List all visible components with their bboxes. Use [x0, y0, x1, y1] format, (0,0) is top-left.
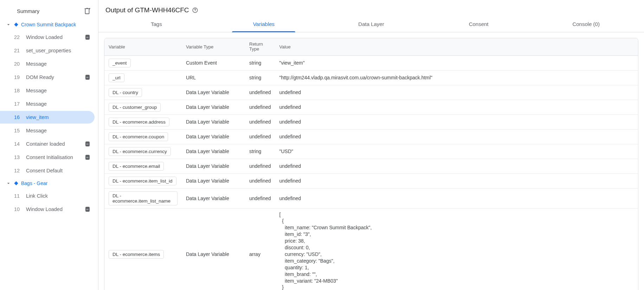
event-item[interactable]: 16view_item [0, 111, 95, 124]
col-header-value[interactable]: Value [275, 38, 638, 56]
help-icon[interactable] [192, 7, 198, 13]
return-type: undefined [245, 189, 275, 209]
value-cell: undefined [275, 174, 638, 189]
event-label: Message [26, 88, 90, 93]
variable-chip[interactable]: DL - ecommerce.items [109, 250, 164, 259]
group-header[interactable]: Crown Summit Backpack [0, 19, 98, 30]
output-title-row: Output of GTM-WHH46CFC [98, 1, 644, 16]
variable-chip[interactable]: DL - ecommerce.item_list_name [109, 191, 178, 205]
variable-type: Data Layer Variable [182, 85, 245, 100]
event-label: set_user_properties [26, 48, 90, 53]
event-number: 13 [14, 154, 22, 160]
api-badge-icon: ‹› [85, 35, 90, 40]
event-number: 12 [14, 168, 22, 173]
variable-type: Data Layer Variable [182, 100, 245, 115]
table-row: DL - customer_groupData Layer Variableun… [104, 100, 638, 115]
col-header-vartype[interactable]: Variable Type [182, 38, 245, 56]
col-header-returntype[interactable]: ReturnType [245, 38, 275, 56]
variable-chip[interactable]: DL - ecommerce.email [109, 162, 164, 171]
api-badge-icon: ‹› [85, 141, 90, 146]
summary-row[interactable]: Summary [0, 3, 98, 19]
event-item[interactable]: 20Message [0, 58, 95, 70]
clear-events-icon[interactable] [83, 7, 91, 15]
event-number: 22 [14, 34, 22, 40]
table-row: DL - ecommerce.item_list_idData Layer Va… [104, 174, 638, 189]
sidebar: Summary Crown Summit Backpack22Window Lo… [0, 0, 98, 290]
value-cell: [ { item_name: "Crown Summit Backpack", … [275, 209, 638, 290]
event-label: Consent Default [26, 168, 90, 173]
table-row: _urlURLstring"http://gtm244.vladp.qa.mir… [104, 71, 638, 85]
event-item[interactable]: 19DOM Ready‹› [0, 71, 95, 84]
tab-variables[interactable]: Variables [210, 16, 318, 32]
event-item[interactable]: 17Message [0, 98, 95, 110]
event-number: 19 [14, 74, 22, 80]
diamond-icon [13, 22, 19, 27]
variable-chip[interactable]: DL - ecommerce.currency [109, 147, 171, 156]
value-cell: undefined [275, 130, 638, 144]
event-item[interactable]: 21set_user_properties [0, 44, 95, 57]
group-header[interactable]: Bags - Gear [0, 178, 98, 189]
event-item[interactable]: 10Window Loaded‹› [0, 203, 95, 216]
tabs: Tags Variables Data Layer Consent Consol… [98, 16, 644, 32]
event-label: Message [26, 128, 90, 133]
event-item[interactable]: 18Message [0, 84, 95, 97]
value-cell: "view_item" [275, 56, 638, 71]
api-badge-icon: ‹› [85, 207, 90, 212]
output-title: Output of GTM-WHH46CFC [105, 6, 189, 14]
table-row: DL - ecommerce.item_list_nameData Layer … [104, 189, 638, 209]
event-number: 14 [14, 141, 22, 147]
event-number: 20 [14, 61, 22, 67]
event-label: Link Click [26, 193, 90, 199]
variable-type: Data Layer Variable [182, 144, 245, 159]
event-item[interactable]: 15Message [0, 124, 95, 137]
event-item[interactable]: 11Link Click [0, 190, 95, 202]
svg-rect-1 [14, 22, 18, 26]
event-number: 10 [14, 206, 22, 212]
event-label: view_item [26, 114, 90, 120]
variable-chip[interactable]: DL - ecommerce.item_list_id [109, 177, 176, 185]
event-item[interactable]: 13Consent Initialisation‹› [0, 151, 95, 164]
table-row: DL - ecommerce.emailData Layer Variableu… [104, 159, 638, 174]
variable-chip[interactable]: DL - ecommerce.coupon [109, 132, 168, 141]
svg-rect-2 [14, 181, 18, 185]
event-label: Window Loaded [26, 34, 82, 40]
api-badge-icon: ‹› [85, 75, 90, 80]
event-number: 21 [14, 48, 22, 53]
tab-tags[interactable]: Tags [103, 16, 210, 32]
event-item[interactable]: 12Consent Default [0, 164, 95, 177]
table-row: DL - ecommerce.itemsData Layer Variablea… [104, 209, 638, 290]
variable-type: Data Layer Variable [182, 115, 245, 130]
value-cell: undefined [275, 115, 638, 130]
return-type: string [245, 144, 275, 159]
return-type: string [245, 71, 275, 85]
event-item[interactable]: 22Window Loaded‹› [0, 31, 95, 44]
diamond-icon [13, 180, 19, 186]
event-label: Consent Initialisation [26, 154, 82, 160]
event-item[interactable]: 14Container loaded‹› [0, 138, 95, 150]
tab-datalayer[interactable]: Data Layer [317, 16, 425, 32]
table-row: _eventCustom Eventstring"view_item" [104, 56, 638, 71]
event-label: Container loaded [26, 141, 82, 147]
caret-down-icon [6, 22, 11, 27]
table-row: DL - countryData Layer Variableundefined… [104, 85, 638, 100]
event-number: 15 [14, 128, 22, 133]
event-number: 11 [14, 193, 22, 199]
tab-console[interactable]: Console (0) [532, 16, 640, 32]
variable-chip[interactable]: DL - country [109, 88, 142, 97]
variable-chip[interactable]: DL - customer_group [109, 103, 161, 112]
api-badge-icon: ‹› [85, 155, 90, 160]
variable-chip[interactable]: _url [109, 73, 124, 82]
group-label: Bags - Gear [21, 180, 47, 186]
variable-type: Data Layer Variable [182, 174, 245, 189]
table-row: DL - ecommerce.addressData Layer Variabl… [104, 115, 638, 130]
svg-point-4 [195, 11, 195, 12]
event-label: Message [26, 101, 90, 107]
group-label: Crown Summit Backpack [21, 22, 76, 27]
variable-chip[interactable]: _event [109, 59, 131, 67]
return-type: array [245, 209, 275, 290]
tab-consent[interactable]: Consent [425, 16, 533, 32]
col-header-variable[interactable]: Variable [104, 38, 182, 56]
variable-chip[interactable]: DL - ecommerce.address [109, 118, 169, 126]
return-type: undefined [245, 85, 275, 100]
event-number: 17 [14, 101, 22, 107]
